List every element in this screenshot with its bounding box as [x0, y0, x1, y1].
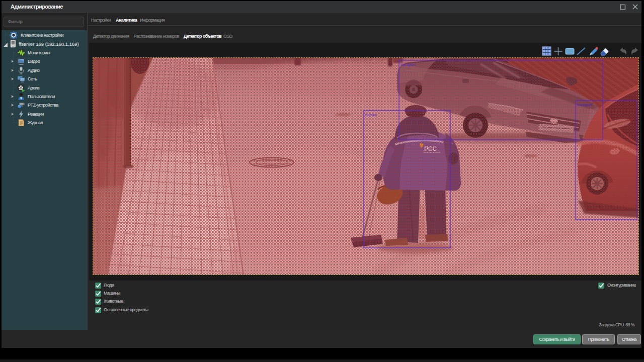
svg-text:human: human	[365, 113, 377, 117]
svg-text:transport: transport	[400, 62, 416, 67]
svg-text:transport: transport	[577, 103, 593, 107]
